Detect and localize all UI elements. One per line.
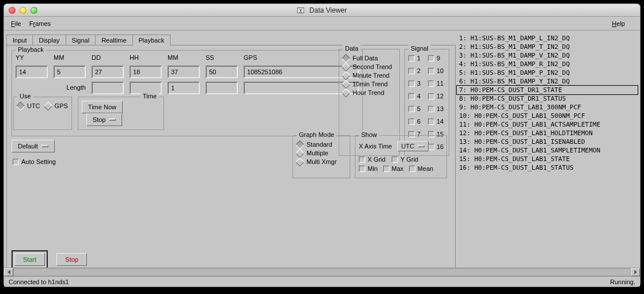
- use-utc-radio[interactable]: UTC: [17, 102, 40, 109]
- signal-13-checkbox[interactable]: 13: [428, 105, 445, 112]
- window-title: Data Viewer: [4, 6, 640, 14]
- signal-12-checkbox[interactable]: 12: [428, 93, 445, 100]
- channel-row[interactable]: 3: H1:SUS-BS_M1_DAMP_V_IN2_DQ: [457, 51, 638, 60]
- data-hour[interactable]: Hour Trend: [343, 89, 396, 96]
- diamond-icon: [16, 102, 25, 111]
- ygrid-checkbox[interactable]: Y Grid: [392, 156, 418, 163]
- default-button[interactable]: Default: [12, 140, 55, 152]
- DD-label: DD: [92, 54, 124, 61]
- status-right: Running.: [610, 278, 635, 285]
- dropdown-icon: [418, 145, 425, 147]
- length-MM2[interactable]: [168, 82, 200, 94]
- HH-label: HH: [130, 54, 162, 61]
- tab-signal[interactable]: Signal: [66, 35, 96, 46]
- mean-checkbox[interactable]: Mean: [409, 165, 434, 172]
- tabbar: Input Display Signal Realtime Playback: [6, 33, 456, 45]
- tab-display[interactable]: Display: [32, 35, 66, 46]
- data-10min[interactable]: 10min Trend: [343, 81, 396, 87]
- YY-input[interactable]: [16, 66, 48, 78]
- use-group: Use UTC GPS: [13, 97, 72, 130]
- xaxistime-label: X Axis Time: [359, 143, 392, 150]
- length-DD[interactable]: [92, 82, 124, 94]
- channel-row[interactable]: 7: H0:PEM-CS_DUST_DR1_STATE: [456, 85, 638, 95]
- checkbox-icon: [428, 93, 434, 100]
- channel-row[interactable]: 2: H1:SUS-BS_M1_DAMP_T_IN2_DQ: [457, 43, 638, 51]
- window-controls: [4, 7, 37, 14]
- gm-multixmgr[interactable]: Multi Xmgr: [297, 158, 346, 165]
- h-scrollbar[interactable]: [4, 268, 640, 276]
- graph-mode-legend: Graph Mode: [297, 131, 336, 138]
- checkbox-icon: [428, 55, 434, 62]
- xgrid-checkbox[interactable]: X Grid: [359, 156, 385, 163]
- menu-frames[interactable]: Frames: [29, 20, 51, 27]
- gm-standard[interactable]: Standard: [297, 141, 346, 148]
- start-button[interactable]: Start: [14, 253, 45, 266]
- HH-input[interactable]: [130, 66, 162, 78]
- zoom-icon[interactable]: [31, 7, 37, 14]
- diamond-icon: [342, 63, 351, 72]
- gm-multiple[interactable]: Multiple: [297, 150, 346, 156]
- scroll-right-icon[interactable]: [631, 268, 640, 276]
- channel-row[interactable]: 6: H1:SUS-BS_M1_DAMP_Y_IN2_DQ: [457, 77, 638, 86]
- show-group: Show X Axis Time UTC X Grid Y Grid: [355, 135, 447, 178]
- signal-5-checkbox[interactable]: 5: [408, 105, 422, 112]
- channel-row[interactable]: 14: H0:PEM-CS_DUST_LAB1_SAMPLETIMEMON: [457, 146, 638, 155]
- channel-row[interactable]: 11: H0:PEM-CS_DUST_LAB1_ACTSAMPLETIME: [457, 120, 638, 129]
- tab-realtime[interactable]: Realtime: [95, 35, 132, 46]
- channel-row[interactable]: 4: H1:SUS-BS_M1_DAMP_R_IN2_DQ: [457, 60, 638, 68]
- SS-label: SS: [206, 54, 238, 61]
- stop-button[interactable]: Stop: [56, 253, 87, 266]
- use-legend: Use: [17, 93, 33, 100]
- data-full[interactable]: Full Data: [343, 55, 396, 62]
- signal-3-checkbox[interactable]: 3: [408, 80, 422, 87]
- signal-9-checkbox[interactable]: 9: [428, 55, 445, 62]
- playback-group: Playback YY MM DD HH MM SS GPS: [12, 50, 363, 136]
- signal-2-checkbox[interactable]: 2: [408, 67, 422, 74]
- YY-label: YY: [16, 54, 48, 61]
- DD-input[interactable]: [92, 66, 124, 78]
- signal-6-checkbox[interactable]: 6: [408, 118, 422, 125]
- channel-row[interactable]: 16: H0:PEM-CS_DUST_LAB1_STATUS: [457, 163, 638, 172]
- menu-file[interactable]: File: [11, 20, 21, 27]
- auto-setting-checkbox[interactable]: Auto Setting: [13, 158, 56, 165]
- MM2-input[interactable]: [168, 66, 200, 78]
- xaxistime-menu[interactable]: UTC: [397, 141, 429, 151]
- SS-input[interactable]: [206, 66, 238, 78]
- tab-input[interactable]: Input: [6, 35, 33, 46]
- time-legend: Time: [141, 93, 159, 100]
- MM-input[interactable]: [54, 66, 86, 78]
- checkbox-icon: [408, 68, 415, 74]
- signal-14-checkbox[interactable]: 14: [428, 118, 445, 125]
- time-now-button[interactable]: Time Now: [82, 101, 123, 113]
- channel-row[interactable]: 12: H0:PEM-CS_DUST_LAB1_HOLDTIMEMON: [457, 129, 638, 138]
- menu-help[interactable]: Help: [612, 20, 625, 27]
- channel-row[interactable]: 5: H1:SUS-BS_M1_DAMP_P_IN2_DQ: [457, 68, 638, 77]
- minimize-icon[interactable]: [20, 7, 26, 14]
- channel-row[interactable]: 13: H0:PEM-CS_DUST_LAB1_ISENABLED: [457, 138, 638, 146]
- data-minute[interactable]: Minute Trend: [343, 72, 396, 79]
- length-SS[interactable]: [206, 82, 238, 94]
- tab-panel-playback: Playback YY MM DD HH MM SS GPS: [6, 45, 456, 275]
- MM2-label: MM: [168, 54, 200, 61]
- channel-row[interactable]: 9: H0:PEM-CS_DUST_LAB1_300NM_PCF: [457, 103, 638, 112]
- channel-row[interactable]: 1: H1:SUS-BS_M1_DAMP_L_IN2_DQ: [457, 34, 638, 43]
- scroll-left-icon[interactable]: [4, 268, 13, 276]
- max-checkbox[interactable]: Max: [383, 165, 404, 172]
- channel-row[interactable]: 15: H0:PEM-CS_DUST_LAB1_STATE: [457, 155, 638, 163]
- signal-10-checkbox[interactable]: 10: [428, 67, 445, 74]
- signal-11-checkbox[interactable]: 11: [428, 80, 445, 87]
- signal-4-checkbox[interactable]: 4: [408, 93, 422, 100]
- min-checkbox[interactable]: Min: [359, 165, 378, 172]
- scroll-track[interactable]: [13, 268, 631, 276]
- tab-playback[interactable]: Playback: [132, 35, 171, 46]
- close-icon[interactable]: [9, 7, 16, 14]
- checkbox-icon: [428, 68, 434, 74]
- use-gps-radio[interactable]: GPS: [45, 102, 68, 109]
- signal-1-checkbox[interactable]: 1: [408, 55, 422, 62]
- channel-row[interactable]: 10: H0:PEM-CS_DUST_LAB1_500NM_PCF: [457, 112, 638, 120]
- data-second[interactable]: Second Trend: [343, 63, 396, 70]
- channel-row[interactable]: 8: H0:PEM-CS_DUST_DR1_STATUS: [457, 94, 638, 103]
- signal-legend: Signal: [408, 45, 431, 52]
- time-stop-button[interactable]: Stop: [86, 113, 123, 126]
- status-left: Connected to h1nds1: [9, 278, 69, 285]
